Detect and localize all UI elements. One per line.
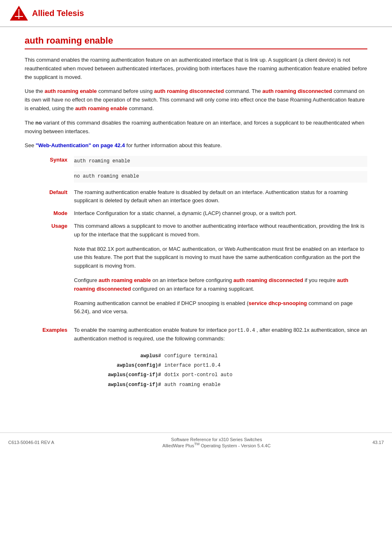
code-line-4: awplus(config-if)# auth roaming enable	[82, 381, 367, 389]
code-example: awplus# configure terminal awplus(config…	[74, 349, 367, 394]
usage-para-1: This command allows a supplicant to move…	[74, 222, 367, 239]
footer-line2: AlliedWare PlusTM Operating System - Ver…	[74, 442, 359, 448]
intro-para-3: The no variant of this command disables …	[25, 119, 367, 136]
link-auth-roaming-enable-1[interactable]: auth roaming enable	[44, 88, 97, 94]
code-line-2: awplus(config)# interface port1.0.4	[82, 362, 367, 370]
syntax-label: Syntax	[25, 156, 74, 163]
usage-label: Usage	[25, 222, 74, 229]
logo-text: Allied Telesis	[32, 9, 84, 18]
page-header: Allied Telesis	[0, 0, 392, 27]
usage-para-2: Note that 802.1X port authentication, or…	[74, 245, 367, 271]
logo-icon	[8, 5, 30, 21]
usage-row: Usage This command allows a supplicant t…	[25, 222, 367, 322]
usage-para-4: Roaming authentication cannot be enabled…	[74, 299, 367, 317]
examples-label: Examples	[25, 326, 74, 333]
syntax-line-2: no auth roaming enable	[74, 171, 367, 182]
footer-left: C613-50046-01 REV A	[8, 440, 74, 445]
examples-content: To enable the roaming authentication ena…	[74, 326, 367, 394]
mode-label: Mode	[25, 209, 74, 216]
footer-center: Software Reference for x310 Series Switc…	[74, 437, 359, 448]
intro-para-2: Use the auth roaming enable command befo…	[25, 87, 367, 113]
footer-line1: Software Reference for x310 Series Switc…	[74, 437, 359, 442]
link-service-dhcp[interactable]: service dhcp-snooping	[249, 300, 307, 306]
logo: Allied Telesis	[8, 5, 84, 21]
intro-para-4: See "Web-Authentication" on page 42.4 fo…	[25, 141, 367, 150]
main-content: auth roaming enable This command enables…	[0, 27, 392, 416]
usage-content: This command allows a supplicant to move…	[74, 222, 367, 322]
syntax-line-1: auth roaming enable	[74, 156, 367, 167]
default-row: Default The roaming authentication enabl…	[25, 188, 367, 206]
page-footer: C613-50046-01 REV A Software Reference f…	[0, 432, 392, 452]
definition-table: Syntax auth roaming enable no auth roami…	[25, 156, 367, 394]
intro-para-1: This command enables the roaming authent…	[25, 56, 367, 81]
link-auth-roaming-enable-2[interactable]: auth roaming enable	[75, 105, 127, 111]
code-line-3: awplus(config-if)# dot1x port-control au…	[82, 371, 367, 379]
syntax-content: auth roaming enable no auth roaming enab…	[74, 156, 367, 184]
examples-row: Examples To enable the roaming authentic…	[25, 326, 367, 394]
default-content: The roaming authentication enable featur…	[74, 188, 367, 206]
page-title: auth roaming enable	[25, 35, 367, 49]
link-auth-roaming-disconnected-3[interactable]: auth roaming disconnected	[233, 277, 303, 283]
link-auth-roaming-disconnected-2[interactable]: auth roaming disconnected	[263, 88, 332, 94]
code-line-1: awplus# configure terminal	[82, 352, 367, 360]
examples-intro-text: To enable the roaming authentication ena…	[74, 326, 367, 343]
footer-right: 43.17	[359, 440, 384, 445]
usage-para-3: Configure auth roaming enable on an inte…	[74, 276, 367, 294]
link-auth-roaming-enable-3[interactable]: auth roaming enable	[99, 277, 151, 283]
mode-row: Mode Interface Configuration for a stati…	[25, 209, 367, 218]
syntax-row: Syntax auth roaming enable no auth roami…	[25, 156, 367, 184]
default-label: Default	[25, 188, 74, 195]
mode-content: Interface Configuration for a static cha…	[74, 209, 367, 218]
link-web-auth[interactable]: "Web-Authentication" on page 42.4	[36, 142, 125, 148]
link-auth-roaming-disconnected-1[interactable]: auth roaming disconnected	[154, 88, 224, 94]
